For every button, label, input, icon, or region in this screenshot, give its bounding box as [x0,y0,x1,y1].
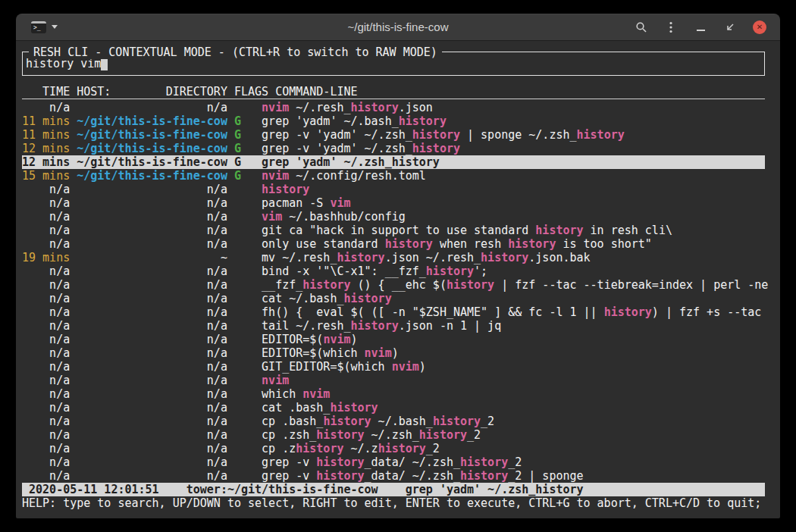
history-row[interactable]: n/a n/a history [22,183,765,196]
minimize-icon [697,30,705,31]
history-row[interactable]: n/a n/a only use standard history when r… [22,237,765,251]
search-icon[interactable] [635,20,648,34]
history-row[interactable]: 15 mins ~/git/this-is-fine-cow G nvim ~/… [22,169,765,183]
minimize-button[interactable] [694,20,707,34]
history-row[interactable]: n/a n/a cp .zsh_history ~/.zsh_history_2 [22,428,765,442]
status-command: grep 'yadm' ~/.zsh_history [406,483,584,496]
history-row[interactable]: 11 mins ~/git/this-is-fine-cow G grep -v… [22,128,765,142]
history-row[interactable]: n/a n/a cat ~/.bash_history [22,292,765,305]
help-line: HELP: type to search, UP/DOWN to select,… [22,496,765,510]
history-row[interactable]: 11 mins ~/git/this-is-fine-cow G grep 'y… [22,114,765,128]
history-row[interactable]: n/a n/a cp .bash_history ~/.bash_history… [22,415,765,428]
restore-button[interactable] [723,20,737,34]
status-location: tower:~/git/this-is-fine-cow [186,483,378,496]
history-list: n/a n/a nvim ~/.resh_history.json11 mins… [22,101,765,483]
terminal-window: >_ ~/git/this-is-fine-cow [16,14,780,518]
history-row[interactable]: n/a n/a vim ~/.bashhub/config [22,210,765,224]
history-row[interactable]: n/a n/a GIT_EDITOR=$(which nvim) [22,360,765,374]
menu-kebab-icon[interactable] [664,20,678,34]
resh-mode-title: RESH CLI - CONTEXTUAL MODE - (CTRL+R to … [29,45,442,59]
text-cursor [101,59,108,70]
history-row[interactable]: n/a n/a __fzf_history () { __ehc $(histo… [22,278,765,292]
history-row[interactable]: n/a n/a nvim [22,374,765,387]
history-row[interactable]: n/a n/a nvim ~/.resh_history.json [22,101,765,114]
restore-icon [724,21,736,33]
table-header: TIME HOST: DIRECTORY FLAGS COMMAND-LINE [22,85,765,99]
history-row[interactable]: n/a n/a pacman -S vim [22,196,765,210]
status-datetime: 2020-05-11 12:01:51 [29,483,159,496]
history-row[interactable]: n/a n/a cat .bash_history [22,401,765,415]
close-button[interactable]: ✕ [753,20,766,34]
close-icon: ✕ [757,23,763,31]
history-row[interactable]: 12 mins ~/git/this-is-fine-cow G grep -v… [22,142,765,155]
history-row[interactable]: n/a n/a bind -x '"\C-x1": __fzf_history'… [22,264,765,278]
history-row-selected[interactable]: 12 mins ~/git/this-is-fine-cow G grep 'y… [22,155,765,169]
history-row[interactable]: n/a n/a cp .zhistory ~/.zhistory_2 [22,442,765,455]
history-row[interactable]: n/a n/a git ca "hack in support to use s… [22,224,765,237]
history-row[interactable]: n/a n/a EDITOR=$(which nvim) [22,346,765,360]
history-row[interactable]: n/a n/a EDITOR=$(nvim) [22,333,765,346]
titlebar: >_ ~/git/this-is-fine-cow [16,14,780,41]
terminal-content: RESH CLI - CONTEXTUAL MODE - (CTRL+R to … [16,41,780,518]
history-row[interactable]: n/a n/a fh() { eval $( ([ -n "$ZSH_NAME"… [22,305,765,319]
status-bar: 2020-05-11 12:01:51 tower:~/git/this-is-… [22,483,765,496]
history-row[interactable]: 19 mins ~ mv ~/.resh_history.json ~/.res… [22,251,765,264]
history-row[interactable]: n/a n/a grep -v history_data/ ~/.zsh_his… [22,455,765,469]
history-row[interactable]: n/a n/a which nvim [22,387,765,401]
history-row[interactable]: n/a n/a grep -v history_data/ ~/.zsh_his… [22,469,765,483]
history-row[interactable]: n/a n/a tail ~/.resh_history.json -n 1 |… [22,319,765,333]
resh-search-box: RESH CLI - CONTEXTUAL MODE - (CTRL+R to … [22,52,765,76]
